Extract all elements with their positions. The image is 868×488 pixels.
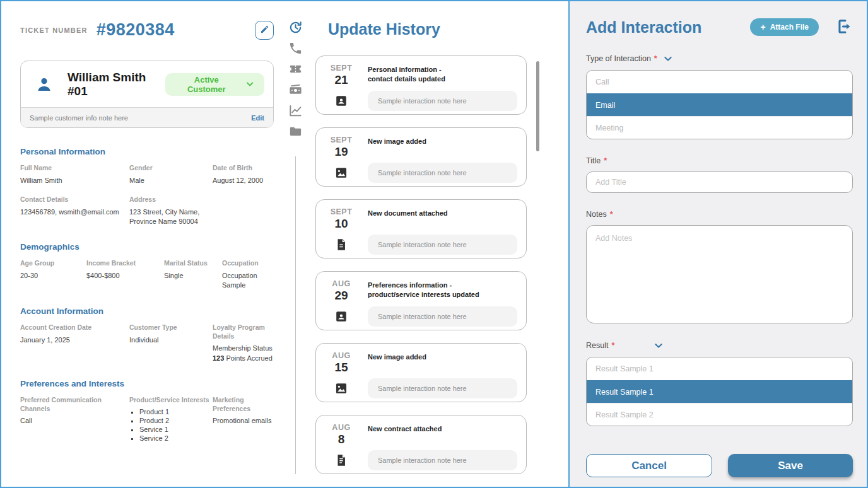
info-field: Account Creation DateJanuary 1, 2025 (20, 323, 129, 363)
customer-card: William Smith #01 Active Customer Sample… (20, 61, 274, 128)
field-label: Age Group (20, 259, 86, 268)
type-option[interactable]: Meeting (587, 116, 852, 139)
type-option[interactable]: Call (587, 71, 852, 93)
contact-card-icon (334, 94, 348, 108)
section-grid: Full NameWilliam SmithGenderMaleDate of … (20, 164, 274, 226)
add-interaction-header: Add Interaction + Attach File (586, 18, 853, 37)
ticket-number-label: TICKET NUMBER (20, 26, 88, 34)
result-option[interactable]: Result Sample 1 (587, 357, 852, 380)
title-input[interactable] (586, 171, 853, 193)
history-card[interactable]: AUG29Preferences information - product/s… (315, 271, 527, 330)
info-field: Income Bracket$400-$800 (86, 259, 164, 290)
history-day: 19 (325, 145, 358, 159)
field-label: Preferred Communication Channels (20, 396, 129, 413)
scrollbar-thumb[interactable] (536, 61, 539, 151)
field-value: 123456789, wsmith@email.com (20, 207, 129, 217)
result-option[interactable]: Result Sample 1 (587, 380, 852, 403)
history-month: SEPT (325, 207, 358, 216)
customer-status-badge[interactable]: Active Customer (165, 73, 264, 96)
section-title: Account Information (20, 306, 274, 316)
history-month: SEPT (325, 136, 358, 144)
field-label: Marital Status (164, 259, 222, 268)
info-field: Full NameWilliam Smith (20, 164, 129, 185)
field-value: 123 Street, City Name, Province Name 900… (129, 207, 213, 227)
history-date: AUG29 (325, 279, 358, 303)
history-month: AUG (325, 279, 358, 288)
required-asterisk: * (611, 341, 614, 350)
status-label: Active Customer (175, 75, 238, 94)
chart-icon[interactable] (288, 103, 303, 118)
pencil-icon (260, 25, 269, 36)
folder-icon[interactable] (288, 124, 303, 139)
title-label: Title * (586, 156, 853, 165)
chevron-down-icon[interactable] (663, 54, 673, 64)
phone-icon[interactable] (288, 41, 303, 55)
history-icon[interactable] (288, 20, 303, 35)
customer-note: Sample customer info note here (30, 114, 128, 122)
history-card[interactable]: SEPT19New image addedSample interaction … (315, 127, 527, 187)
attach-file-label: Attach File (770, 23, 809, 32)
contact-card-icon (334, 310, 348, 323)
history-day: 8 (325, 433, 358, 446)
field-label-text: Notes (586, 210, 607, 219)
history-card[interactable]: AUG8New contract attachedSample interact… (315, 415, 527, 474)
edit-ticket-button[interactable] (255, 21, 274, 40)
bullet-item: Service 1 (139, 426, 213, 433)
add-interaction-panel: Add Interaction + Attach File Type of In… (568, 1, 868, 488)
side-toolbar (284, 20, 306, 139)
info-field: Marketing PreferencesPromotional emails (213, 396, 274, 443)
field-label: Date of Birth (213, 164, 274, 173)
field-value: Male (129, 176, 213, 185)
field-value: Promotional emails (213, 416, 274, 426)
history-entry-title: Preferences information - product/servic… (368, 279, 517, 303)
history-entry-title: New document attached (368, 207, 517, 231)
save-button[interactable]: Save (728, 454, 853, 477)
vertical-divider (295, 156, 296, 474)
customer-card-header: William Smith #01 Active Customer (21, 61, 273, 107)
field-label: Contact Details (20, 195, 129, 204)
history-card[interactable]: SEPT10New document attachedSample intera… (315, 199, 527, 259)
info-field: Preferred Communication ChannelsCall (20, 396, 129, 443)
notes-textarea[interactable] (586, 225, 853, 323)
field-value: Individual (129, 335, 213, 345)
history-entry-title: Personal information - contact details u… (368, 64, 517, 87)
update-history-panel: Update History SEPT21Personal informatio… (315, 1, 527, 487)
field-label: Account Creation Date (20, 323, 129, 332)
info-field: Product/Service InterestsProduct 1Produc… (129, 396, 213, 443)
image-icon (334, 166, 348, 180)
plus-icon: + (760, 22, 765, 32)
history-date: SEPT21 (325, 64, 358, 87)
chevron-down-icon[interactable] (654, 340, 664, 351)
exit-button[interactable] (834, 18, 853, 37)
field-value: Single (164, 271, 222, 281)
history-day: 21 (325, 73, 358, 87)
edit-note-link[interactable]: Edit (251, 114, 264, 122)
section-grid: Account Creation DateJanuary 1, 2025Cust… (20, 323, 274, 363)
bullet-item: Product 1 (139, 408, 213, 415)
bullet-item: Product 2 (139, 417, 213, 424)
history-note: Sample interaction note here (368, 450, 517, 470)
section-title: Preferences and Interests (20, 379, 274, 388)
history-card[interactable]: AUG15New image addedSample interaction n… (315, 343, 527, 402)
money-icon[interactable] (288, 83, 303, 97)
result-option[interactable]: Result Sample 2 (587, 403, 852, 426)
cancel-button[interactable]: Cancel (586, 454, 712, 477)
info-section: DemographicsAge Group20-30Income Bracket… (20, 242, 274, 290)
contract-icon (334, 453, 348, 467)
history-card[interactable]: SEPT21Personal information - contact det… (315, 55, 527, 115)
required-asterisk: * (610, 210, 613, 219)
ticket-icon[interactable] (288, 62, 303, 76)
attach-file-button[interactable]: + Attach File (750, 18, 819, 36)
field-bullet-list: Product 1Product 2Service 1Service 2 (139, 408, 213, 442)
info-field: Date of BirthAugust 12, 2000 (213, 164, 274, 185)
update-history-title: Update History (328, 20, 527, 38)
field-label: Gender (129, 164, 213, 173)
history-date: SEPT19 (325, 136, 358, 159)
section-grid: Age Group20-30Income Bracket$400-$800Mar… (20, 259, 274, 290)
field-value: Membership Status 123 Points Accrued (213, 344, 274, 363)
bullet-item: Service 2 (139, 434, 213, 442)
history-day: 29 (325, 289, 358, 303)
type-option[interactable]: Email (587, 93, 852, 116)
history-date: SEPT10 (325, 207, 358, 231)
history-month: AUG (325, 423, 358, 432)
